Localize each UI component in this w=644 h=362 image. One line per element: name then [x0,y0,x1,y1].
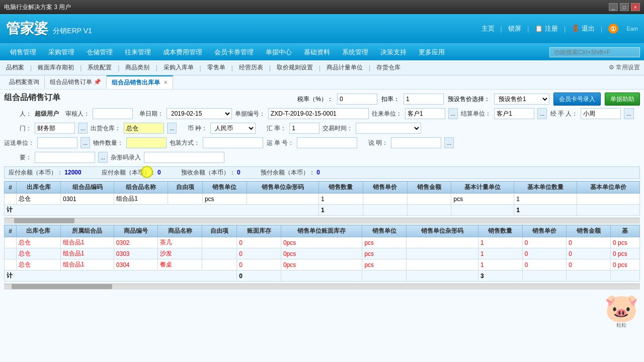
table-row[interactable]: 总仓 组合品1 0303 沙发 0 0pcs pcs 1 0 0 0 pcs [5,248,640,259]
table1-scrollbar[interactable] [4,218,640,224]
settle-label: 结算单位： [461,110,491,118]
breadcrumb-combo-outbound[interactable]: 组合品销售出库单 × [107,75,173,89]
nav-warehouse[interactable]: 仓储管理 [80,46,119,59]
table-row[interactable]: 总仓 组合品1 0302 茶几 0 0pcs pcs 1 0 0 0 pcs [5,237,640,248]
toolbar-history[interactable]: 经营历表 [237,62,265,73]
barcode-input[interactable] [144,152,224,163]
minimize-btn[interactable]: _ [609,3,618,11]
remark-dots-btn[interactable]: ... [98,152,108,163]
currency-select[interactable]: 人民币 [210,123,256,134]
breadcrumb-product-query[interactable]: 品档案查询 [4,76,45,88]
table2-scrollbar[interactable] [4,284,640,290]
cell2-combo: 组合品1 [60,248,114,259]
table1-scrollbar-thumb[interactable] [14,218,74,223]
help-btn[interactable]: 单据助助 [605,93,640,106]
pack-input[interactable] [203,137,263,148]
window-controls[interactable]: _ □ × [609,3,640,11]
barcode-row: 杂形码录入 [111,152,224,163]
price-select[interactable]: 预设售价1 [494,94,549,105]
info-btn[interactable]: ① [608,24,618,34]
toolbar-inventory[interactable]: 存货仓库 [374,62,403,73]
nav-orders[interactable]: 单据中心 [260,46,298,59]
toolbar-pricing[interactable]: 取价规则设置 [275,62,315,73]
table2-total-row: 计 0 3 [5,270,640,282]
mascot-emoji: 🐷 [604,294,639,322]
col-sale-price: 销售单价 [363,182,407,194]
cell2-free [202,259,237,270]
note-input[interactable] [391,137,441,148]
table-row[interactable]: 总仓 0301 组合品1 pcs 1 pcs 1 [5,194,640,205]
toolbar-stock-init[interactable]: 账面库存期初 [36,62,76,73]
reviewer-input[interactable] [93,108,133,119]
nav-decision[interactable]: 决策支持 [374,46,413,59]
pre-pay-value: 0 [316,169,320,176]
exit-link[interactable]: 🚪 退出 [572,24,595,33]
tounit-dots-btn[interactable]: ... [448,108,458,119]
settle-dots-btn[interactable]: ... [537,108,547,119]
maximize-btn[interactable]: □ [620,3,629,11]
nav-transactions[interactable]: 往来管理 [119,46,157,59]
close-tab-icon[interactable]: × [164,79,168,86]
cell2-outwh: 总仓 [17,237,61,248]
remark-input[interactable] [35,152,95,163]
shipunit-row: 运送单位： ... [4,137,90,148]
title-bar: 电脑行业解决方案 3 用户 _ □ × [0,0,644,14]
handler-row: 经 手 人： ... [550,108,633,119]
handler-input[interactable] [581,108,621,119]
shipunit-dots-btn[interactable]: ... [80,137,90,148]
close-btn[interactable]: × [631,3,640,11]
lock-link[interactable]: 锁屏 [508,24,521,33]
toolbar-products[interactable]: 品档案 [4,62,26,73]
handler-label: 经 手 人： [550,110,578,118]
nav-purchase[interactable]: 采购管理 [42,46,80,59]
date-select[interactable]: 2019-02-15 [167,108,232,119]
rate-input[interactable] [289,123,319,134]
handler-dots-btn[interactable]: ... [624,108,633,119]
shipno-label: 运 单 号： [266,139,294,147]
outwh-dots-btn[interactable]: ... [167,123,177,134]
toolbar-measure[interactable]: 商品计量单位 [325,62,365,73]
table2-scrollbar-thumb[interactable] [12,284,112,289]
person-row: 人： 超级用户 [4,108,59,119]
toolbar-purchase-in[interactable]: 采购入库单 [162,62,196,73]
cell2-barcode [407,259,478,270]
dept-input[interactable] [35,123,75,134]
register-link[interactable]: 📋 注册 [535,24,558,33]
tax-input[interactable] [337,94,377,105]
nav-more[interactable]: 更多应用 [413,46,451,59]
tounit-input[interactable] [405,108,445,119]
settle-input[interactable] [494,108,534,119]
discount-input[interactable] [404,94,444,105]
remark-row: 要： ... [4,152,108,163]
breadcrumb-combo-sales[interactable]: 组合品销售订单 📌 [45,76,107,88]
nav-sales[interactable]: 销售管理 [4,46,42,59]
toolbar-sysconfig[interactable]: 系统配置 [86,62,114,73]
cell2-base: 0 pcs [610,248,639,259]
home-link[interactable]: 主页 [481,24,495,33]
cell2-unit-stock: 0pcs [281,259,362,270]
note-dots-btn[interactable]: ... [444,137,454,148]
toolbar-retail[interactable]: 零售单 [205,62,227,73]
qty-input[interactable] [126,137,167,148]
cell2-name: 茶几 [158,237,202,248]
nav-system[interactable]: 系统管理 [336,46,374,59]
tradetime-select[interactable] [356,123,421,134]
col2-unit-stock: 销售单位账面库存 [281,225,362,237]
nav-basic[interactable]: 基础资料 [298,46,336,59]
outwh-input[interactable] [124,123,164,134]
docno-input[interactable] [268,108,369,119]
shipno-input[interactable] [297,137,357,148]
table-row[interactable]: 总仓 组合品1 0304 餐桌 0 0pcs pcs 1 0 0 0 pcs [5,259,640,270]
shipunit-input[interactable] [37,137,77,148]
nav-membership[interactable]: 会员卡券管理 [208,46,260,59]
settings-btn[interactable]: ⚙ 常用设置 [609,63,640,72]
toolbar-category[interactable]: 商品类别 [123,62,151,73]
qty-row: 物件数量： [93,137,167,148]
card-entry-btn[interactable]: 会员卡号录入 [553,93,601,106]
dept-dots-btn[interactable]: ... [78,123,88,134]
nav-cost[interactable]: 成本费用管理 [157,46,208,59]
pack-row: 包装方式： [170,137,263,148]
total2-label: 计 [5,270,237,282]
function-search[interactable] [549,47,640,57]
cell2-base: 0 pcs [610,259,639,270]
